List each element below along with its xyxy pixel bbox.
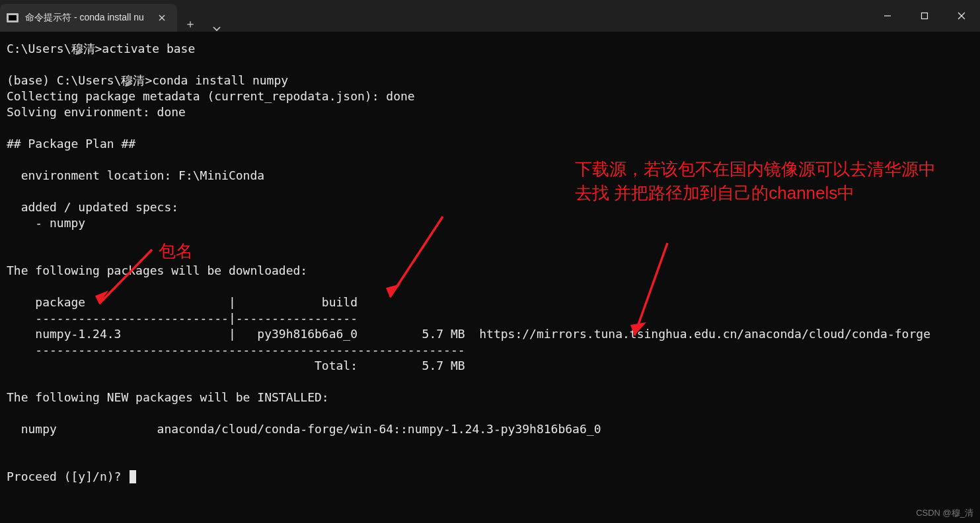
download-header: The following packages will be downloade…	[7, 263, 307, 277]
watermark: CSDN @穆_清	[916, 507, 973, 519]
maximize-button[interactable]	[906, 0, 943, 32]
close-window-button[interactable]	[943, 0, 980, 32]
new-packages-header: The following NEW packages will be INSTA…	[7, 390, 329, 404]
window-controls	[869, 0, 980, 32]
table-row-sep: ----------------------------------------…	[7, 343, 465, 357]
terminal-output: C:\Users\穆清>activate base (base) C:\User…	[7, 41, 973, 485]
minimize-button[interactable]	[869, 0, 906, 32]
table-header-sep: ---------------------------|------------…	[7, 311, 358, 325]
cmd-icon	[7, 13, 19, 22]
added-specs-header: added / updated specs:	[7, 200, 178, 214]
output-solving: Solving environment: done	[7, 105, 186, 119]
svg-rect-3	[922, 13, 928, 19]
new-tab-button[interactable]: ＋	[177, 16, 204, 32]
terminal-tab[interactable]: 命令提示符 - conda install nu	[0, 4, 177, 32]
prompt-line-2: (base) C:\Users\穆清>conda install numpy	[7, 73, 288, 87]
output-collecting: Collecting package metadata (current_rep…	[7, 89, 415, 103]
text-cursor	[130, 470, 136, 483]
spec-numpy: - numpy	[7, 216, 85, 230]
install-line-numpy: numpy anaconda/cloud/conda-forge/win-64:…	[7, 422, 601, 436]
tab-title: 命令提示符 - conda install nu	[25, 12, 144, 24]
terminal-viewport[interactable]: C:\Users\穆清>activate base (base) C:\User…	[0, 32, 980, 523]
table-total: Total: 5.7 MB	[7, 359, 465, 372]
env-location: environment location: F:\MiniConda	[7, 168, 264, 182]
window-titlebar: 命令提示符 - conda install nu ＋	[0, 0, 980, 32]
table-row-numpy: numpy-1.24.3 | py39h816b6a6_0 5.7 MB htt…	[7, 327, 930, 341]
table-header: package | build	[7, 295, 358, 309]
tab-dropdown-button[interactable]	[204, 26, 230, 32]
tab-strip: 命令提示符 - conda install nu ＋	[0, 0, 869, 32]
package-plan-header: ## Package Plan ##	[7, 137, 135, 151]
prompt-line-1: C:\Users\穆清>activate base	[7, 42, 195, 55]
tab-close-button[interactable]	[156, 12, 168, 24]
proceed-prompt: Proceed ([y]/n)?	[7, 470, 128, 483]
